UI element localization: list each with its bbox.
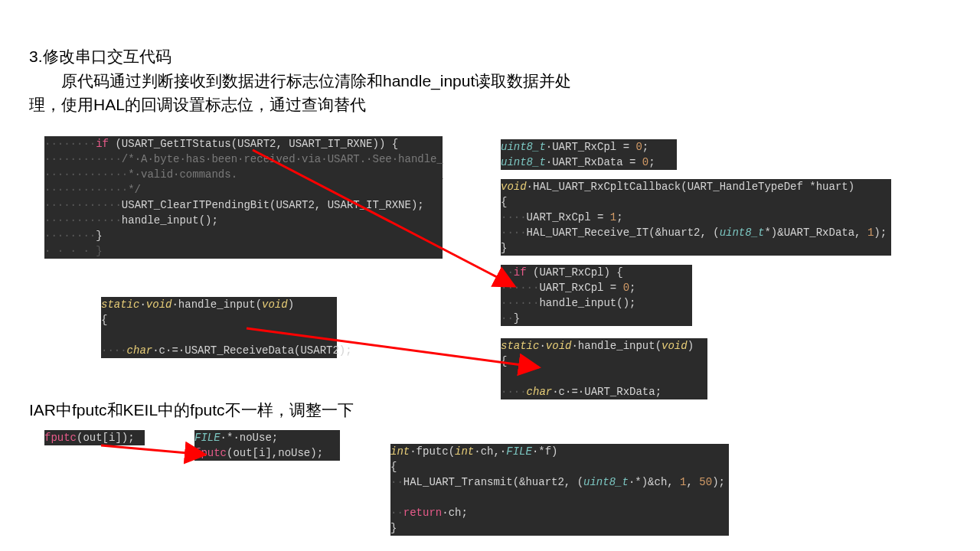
code-new-if: ··if (UART_RxCpl) { ······UART_RxCpl = 0… [501, 265, 692, 326]
code-old-usart-if-render: ········if (USART_GetITStatus(USART2, US… [44, 136, 443, 243]
title-line2: 原代码通过判断接收到数据进行标志位清除和handle_input读取数据并处 [29, 69, 571, 93]
subsection-title: IAR中fputc和KEIL中的fputc不一样，调整一下 [29, 398, 354, 422]
code-new-fputc-call: FILE·*·noUse; fputc(out[i],noUse); [194, 430, 340, 461]
code-old-fputc: fputc(out[i]); [44, 430, 145, 445]
section-title: 3.修改串口交互代码 原代码通过判断接收到数据进行标志位清除和handle_in… [29, 44, 571, 117]
code-new-handle-input: static·void·handle_input(void) { ····cha… [501, 338, 707, 399]
title-line3: 理，使用HAL的回调设置标志位，通过查询替代 [29, 93, 571, 117]
title-line1: 3.修改串口交互代码 [29, 44, 571, 69]
code-fputc-impl: int·fputc(int·ch,·FILE·*f) { ··HAL_UART_… [390, 444, 729, 536]
arrow-fputc-to-new [101, 445, 205, 455]
code-new-vars: uint8_t·UART_RxCpl = 0; uint8_t·UART_RxD… [501, 139, 677, 170]
code-old-handle-input: static·void·handle_input(void) { ····cha… [101, 297, 337, 358]
code-new-callback: void·HAL_UART_RxCpltCallback(UART_Handle… [501, 179, 891, 256]
